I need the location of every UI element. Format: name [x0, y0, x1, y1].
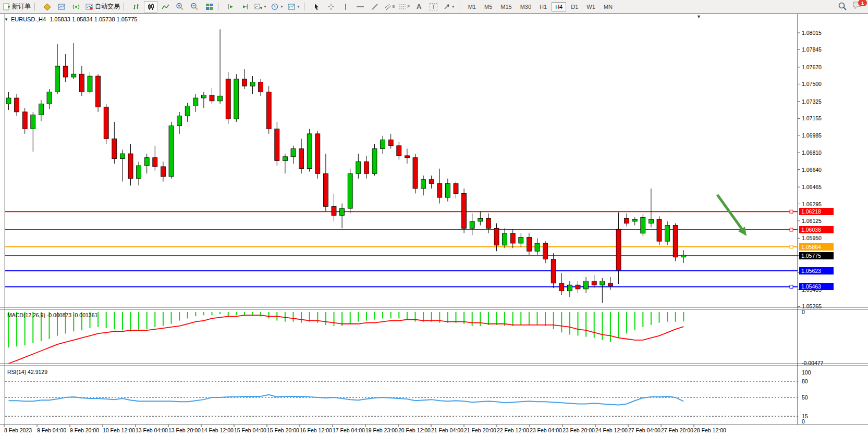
- charts-button[interactable]: [40, 1, 54, 13]
- text-label-tool-button[interactable]: T: [427, 1, 441, 13]
- candle: [226, 72, 230, 123]
- timeframe-mn[interactable]: MN: [600, 2, 616, 11]
- one-click-trading-arrow[interactable]: ▼: [4, 17, 8, 22]
- zoom-out-button[interactable]: [188, 1, 201, 13]
- auto-trading-icon: [85, 3, 93, 10]
- date-label: 15 Feb 20:00: [267, 427, 299, 433]
- vertical-line-icon: [343, 3, 349, 10]
- timeframe-m5[interactable]: M5: [481, 2, 496, 11]
- level-handle[interactable]: [790, 285, 793, 288]
- line-chart-mode-button[interactable]: [158, 1, 172, 13]
- fibonacci-tool-button[interactable]: F: [397, 1, 411, 13]
- main-toolbar: 新订单 自动交易 ▼ ▼: [0, 0, 868, 14]
- chevron-down-icon: ▼: [263, 5, 267, 8]
- arrows-tool-button[interactable]: ▼: [442, 1, 457, 13]
- level-handle[interactable]: [790, 245, 793, 248]
- candle: [283, 154, 287, 173]
- timeframe-m1[interactable]: M1: [464, 2, 480, 11]
- zoom-in-icon: [176, 3, 184, 10]
- candle: [266, 86, 271, 134]
- crosshair-icon: [327, 3, 335, 10]
- candle: [259, 79, 263, 96]
- templates-button[interactable]: ▼: [286, 1, 302, 13]
- auto-scroll-button[interactable]: [224, 1, 237, 13]
- text-tool-button[interactable]: A: [412, 1, 426, 13]
- trendline-tool-button[interactable]: [368, 1, 382, 13]
- trendline-icon: [371, 3, 378, 10]
- new-order-icon: [3, 3, 10, 10]
- level-handle[interactable]: [790, 210, 793, 213]
- candle: [567, 281, 572, 297]
- timeframe-m30[interactable]: M30: [517, 2, 535, 11]
- candle: [153, 146, 157, 171]
- candle: [681, 250, 686, 263]
- periods-button[interactable]: ▼: [270, 1, 285, 13]
- timeframe-w1[interactable]: W1: [583, 2, 599, 11]
- date-label: 27 Feb 20:00: [661, 427, 693, 433]
- candle: [137, 161, 141, 185]
- candle: [576, 281, 580, 293]
- date-label: 23 Feb 04:00: [530, 427, 562, 433]
- candle: [128, 144, 133, 185]
- price-tag-1.06218: 1.06218: [799, 208, 834, 215]
- rsi-label: RSI(14) 42.9129: [7, 369, 47, 375]
- candle: [144, 154, 149, 173]
- market-watch-button[interactable]: [55, 1, 68, 13]
- candle: [608, 277, 613, 290]
- date-label: 28 Feb 12:00: [694, 427, 726, 433]
- cursor-tool-button[interactable]: [310, 1, 323, 13]
- crosshair-tool-button[interactable]: [324, 1, 338, 13]
- horizontal-line-tool-button[interactable]: [353, 1, 367, 13]
- tile-windows-button[interactable]: [202, 1, 216, 13]
- price-tick-label: 1.07500: [802, 81, 822, 87]
- toolbar-grip: [218, 3, 221, 11]
- candle: [421, 176, 426, 195]
- gold-chart-icon: [43, 3, 51, 10]
- price-tick-label: 1.06295: [802, 201, 822, 207]
- timeframe-m15[interactable]: M15: [497, 2, 515, 11]
- candle: [397, 142, 401, 159]
- symbol-title: EURUSD-,H4: [11, 16, 46, 22]
- new-order-button[interactable]: 新订单: [2, 1, 32, 13]
- candlestick-mode-button[interactable]: [144, 1, 157, 13]
- notifications-button[interactable]: 1: [852, 1, 865, 12]
- fibo-letter: F: [407, 5, 409, 8]
- signals-button[interactable]: [69, 1, 83, 13]
- auto-trading-button[interactable]: 自动交易: [84, 1, 121, 13]
- date-label: 24 Feb 12:00: [595, 427, 628, 433]
- candle: [104, 104, 108, 144]
- rsi-axis-100: 100: [802, 369, 811, 376]
- candle: [88, 72, 92, 94]
- chart-shift-button[interactable]: [238, 1, 252, 13]
- indicators-button[interactable]: ▼: [253, 1, 268, 13]
- signal-icon: [72, 3, 80, 10]
- zoom-in-button[interactable]: [173, 1, 187, 13]
- line-chart-icon: [162, 3, 169, 10]
- price-tick-label: 1.07670: [802, 64, 822, 70]
- candle: [71, 43, 76, 79]
- candle: [445, 179, 450, 202]
- equidistant-channel-tool-button[interactable]: E: [383, 1, 397, 13]
- date-label: 9 Feb 20:00: [70, 427, 99, 433]
- vertical-line-tool-button[interactable]: [339, 1, 352, 13]
- bar-chart-icon: [132, 3, 140, 10]
- timeframe-d1[interactable]: D1: [567, 2, 582, 11]
- chart-plot-area[interactable]: [0, 14, 868, 437]
- level-handle[interactable]: [790, 228, 793, 231]
- date-label: 23 Feb 20:00: [563, 427, 595, 433]
- timeframe-h4[interactable]: H4: [552, 2, 566, 11]
- search-icon[interactable]: [838, 2, 847, 11]
- date-label: 17 Feb 04:00: [333, 427, 365, 433]
- candle: [242, 69, 247, 89]
- date-label: 20 Feb 12:00: [398, 427, 431, 433]
- date-label: 19 Feb 23:00: [365, 427, 398, 433]
- chart-shift-marker[interactable]: ▼: [696, 14, 701, 19]
- bar-chart-mode-button[interactable]: [129, 1, 143, 13]
- timeframe-h1[interactable]: H1: [536, 2, 551, 11]
- candle: [503, 228, 507, 248]
- candle: [210, 88, 214, 104]
- candle: [234, 74, 239, 122]
- candle: [527, 233, 531, 255]
- macd-axis-zero: 0: [802, 309, 805, 315]
- candle: [437, 169, 442, 204]
